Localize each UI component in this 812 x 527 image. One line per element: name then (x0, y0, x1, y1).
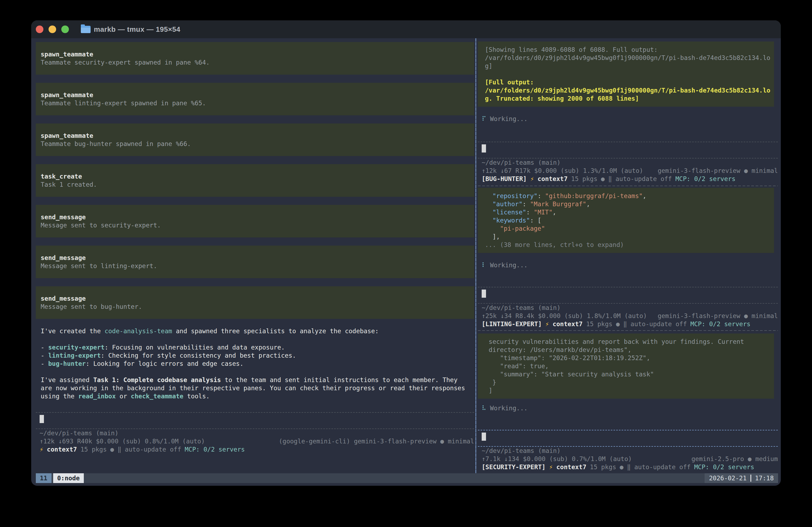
working-indicator: ⠏ Working... (478, 115, 778, 123)
traffic-lights (36, 26, 69, 33)
teammate-name: bug-hunter (48, 360, 86, 367)
cwd-label: ~/dev/pi-teams (main) (478, 158, 778, 167)
session-name-badge: 11 (36, 473, 52, 483)
text-cursor (482, 289, 486, 298)
tool-call-name: spawn_teammate (41, 132, 474, 140)
tool-call-block: send_message Message sent to security-ex… (36, 205, 474, 238)
dot-icon: ● (616, 320, 620, 328)
tool-call-result: Message sent to security-expert. (41, 221, 474, 229)
clock-segment: 2026-02-21 17:18 (705, 473, 778, 483)
mcp-status: MCP: 0/2 servers (185, 445, 245, 454)
lightning-icon: ⚡ (40, 445, 43, 454)
stats-line: ↑7.1k ↓134 $0.000 (sub) 0.7%/1.0M (auto)… (478, 455, 778, 463)
teammate-name: linting-expert (48, 352, 101, 359)
text-cursor (482, 144, 486, 153)
summary-intro: I've created the code-analysis-team and … (36, 327, 474, 335)
tool-call-result: Task 1 created. (41, 181, 474, 189)
right-pane-column: [Showing lines 4089-6088 of 6088. Full o… (478, 38, 778, 473)
tool-call-name: send_message (41, 295, 474, 302)
input-editor[interactable] (478, 142, 778, 158)
tool-call-name: spawn_teammate (41, 50, 474, 58)
json-line: "author": "Mark Burggraf", (485, 200, 774, 208)
spinner-icon: ⠏ (482, 115, 486, 123)
pause-icon: ‖ (608, 175, 612, 183)
pane-main-agent[interactable]: spawn_teammate Teammate security-expert … (36, 38, 474, 473)
terminal-window: markb — tmux — 195×54 spawn_teammate Tea… (31, 20, 781, 486)
log-line: } (485, 378, 774, 386)
tool-call-result: Teammate linting-expert spawned in pane … (41, 99, 474, 107)
autoupdate-label: auto-update off (634, 463, 691, 471)
tool-call-name: send_message (41, 254, 474, 262)
close-button[interactable] (36, 26, 43, 33)
lightning-icon: ⚡ (530, 175, 534, 183)
mcp-status: MCP: 0/2 servers (694, 463, 754, 471)
agent-status-line: [BUG-HUNTER] ⚡ context7 15 pkgs ● ‖ auto… (478, 175, 778, 183)
window-title: markb — tmux — 195×54 (94, 25, 180, 34)
stats-line: ↑12k ↓67 R17k $0.000 (sub) 1.3%/1.0M (au… (478, 167, 778, 175)
context-label: context7 (47, 445, 77, 454)
date-label: 2026-02-21 (709, 474, 746, 482)
tool-call-name: task_create (41, 172, 474, 181)
json-line: "license": "MIT", (485, 208, 774, 216)
stats-line: ↑25k ↓34 R8.4k $0.000 (sub) 1.8%/1.0M (a… (478, 312, 778, 320)
autoupdate-label: auto-update off (630, 320, 687, 328)
mcp-status: MCP: 0/2 servers (691, 320, 751, 328)
model-label: (google-gemini-cli) gemini-3-flash-previ… (279, 437, 474, 445)
pane-linting-expert[interactable]: "repository": "github:burggraf/pi-teams"… (478, 186, 778, 330)
lightning-icon: ⚡ (546, 320, 549, 328)
log-block: security vulnerabilities and report back… (478, 333, 774, 399)
tmux-status-bar: 11 0:node 2026-02-21 17:18 (36, 473, 778, 483)
tool-call-block: send_message Message sent to bug-hunter. (36, 286, 474, 319)
input-editor-active[interactable] (478, 430, 778, 447)
model-label: gemini-2.5-pro ● medium (692, 455, 778, 463)
cwd-label: ~/dev/pi-teams (main) (36, 429, 474, 437)
minimize-button[interactable] (48, 26, 56, 33)
agent-status-line: ⚡ context7 15 pkgs ● ‖ auto-update off M… (36, 445, 474, 454)
token-stats: ↑7.1k ↓134 $0.000 (sub) 0.7%/1.0M (auto) (482, 455, 632, 463)
working-label: Working... (490, 404, 527, 412)
folder-icon (81, 26, 91, 33)
time-label: 17:18 (755, 474, 774, 482)
pane-security-expert[interactable]: security vulnerabilities and report back… (478, 331, 778, 473)
divider (751, 475, 751, 482)
json-block: "repository": "github:burggraf/pi-teams"… (478, 188, 774, 253)
tool-call-name: spawn_teammate (41, 91, 474, 99)
input-editor[interactable] (478, 287, 778, 304)
spinner-icon: ⠧ (482, 404, 486, 412)
tool-call-block: spawn_teammate Teammate linting-expert s… (36, 83, 474, 115)
tool-call-block: spawn_teammate Teammate bug-hunter spawn… (36, 124, 474, 156)
maximize-button[interactable] (61, 26, 69, 33)
terminal-content: spawn_teammate Teammate security-expert … (31, 38, 781, 486)
json-line: "keywords": [ (485, 216, 774, 225)
summary-assigned: I've assigned Task 1: Complete codebase … (36, 376, 474, 384)
json-line: ], (485, 232, 774, 241)
teammate-name: security-expert (48, 344, 105, 351)
pkgs-label: 15 pkgs (571, 175, 597, 183)
summary-tools: using the read_inbox or check_teammate t… (36, 392, 474, 400)
input-editor[interactable] (36, 412, 474, 429)
agent-name: [BUG-HUNTER] (482, 175, 527, 183)
log-line: "timestamp": "2026-02-22T01:18:19.252Z", (485, 354, 774, 362)
tool-call-block: send_message Message sent to linting-exp… (36, 246, 474, 278)
working-indicator: ⠇ Working... (478, 261, 778, 269)
working-label: Working... (490, 115, 527, 123)
tool-call-block: spawn_teammate Teammate security-expert … (36, 42, 474, 75)
tool-call-result: Message sent to linting-expert. (41, 262, 474, 270)
log-line: "summary": "Start security analysis task… (485, 370, 774, 378)
agent-status-line: [SECURITY-EXPERT] ⚡ context7 15 pkgs ● ‖… (478, 463, 778, 471)
working-label: Working... (490, 261, 527, 269)
json-line: "pi-package" (485, 225, 774, 232)
token-stats: ↑25k ↓34 R8.4k $0.000 (sub) 1.8%/1.0M (a… (482, 312, 647, 320)
log-block: [Showing lines 4089-6088 of 6088. Full o… (478, 42, 774, 106)
tool-call-result: Teammate bug-hunter spawned in pane %66. (41, 140, 474, 148)
summary-bullet: - security-expert: Focusing on vulnerabi… (36, 343, 474, 352)
pane-bug-hunter[interactable]: [Showing lines 4089-6088 of 6088. Full o… (478, 38, 778, 186)
tool-call-block: task_create Task 1 created. (36, 164, 474, 197)
tmux-window-tab[interactable]: 0:node (53, 473, 84, 483)
model-label: gemini-3-flash-preview ● minimal (658, 167, 778, 175)
title-bar: markb — tmux — 195×54 (31, 20, 781, 38)
pane-divider-vertical[interactable] (476, 38, 476, 473)
lightning-icon: ⚡ (549, 463, 553, 471)
tool-call-result: Message sent to bug-hunter. (41, 302, 474, 311)
log-line: ] (485, 386, 774, 395)
